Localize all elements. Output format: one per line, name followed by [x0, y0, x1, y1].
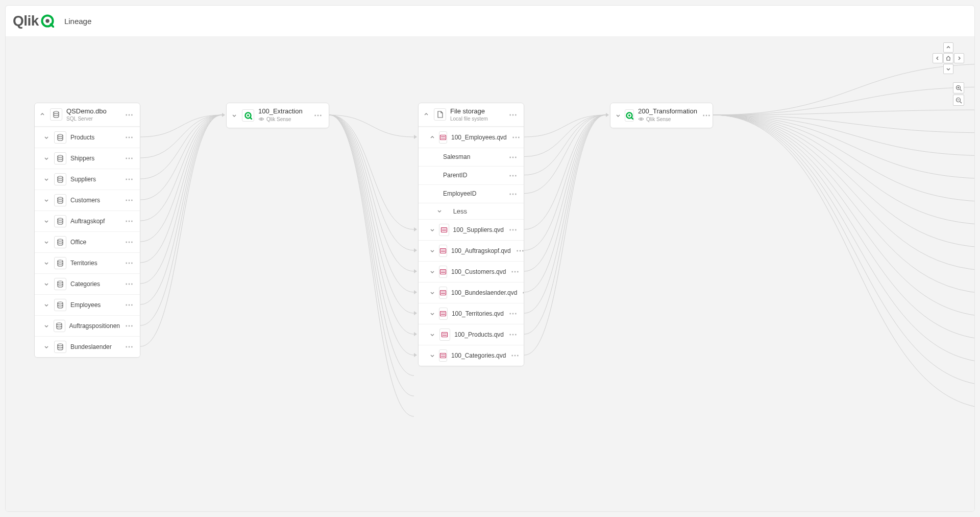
chevron-icon[interactable]	[44, 302, 50, 308]
more-button[interactable]: ⋯	[124, 153, 135, 163]
more-button[interactable]: ⋯	[521, 288, 524, 297]
more-button[interactable]: ⋯	[124, 321, 135, 331]
chevron-icon[interactable]	[430, 290, 435, 295]
more-button[interactable]: ⋯	[510, 267, 521, 276]
qvd-row[interactable]: 100_Categories.qvd⋯	[419, 345, 524, 366]
table-row[interactable]: Auftragspositionen⋯	[35, 315, 140, 336]
table-row[interactable]: Suppliers⋯	[35, 169, 140, 190]
svg-line-52	[631, 118, 633, 119]
node-header[interactable]: 100_ExtractionQlik Sense⋯	[227, 103, 329, 128]
chevron-icon[interactable]	[44, 156, 50, 161]
more-button[interactable]: ⋯	[313, 110, 324, 120]
chevron-icon[interactable]	[430, 248, 435, 253]
qvd-icon	[439, 266, 447, 278]
collapse-less-button[interactable]: Less	[419, 203, 524, 219]
chevron-icon[interactable]	[430, 227, 435, 232]
chevron-icon[interactable]	[44, 177, 50, 182]
page-title: Lineage	[64, 17, 91, 26]
chevron-icon[interactable]	[44, 219, 50, 224]
table-label: Categories	[70, 280, 120, 288]
table-row[interactable]: Territories⋯	[35, 252, 140, 273]
chevron-icon[interactable]	[430, 332, 435, 337]
more-button[interactable]: ⋯	[124, 279, 135, 289]
more-button[interactable]: ⋯	[124, 342, 135, 351]
chevron-icon[interactable]	[430, 269, 435, 274]
more-button[interactable]: ⋯	[508, 171, 519, 180]
field-row[interactable]: EmployeeID⋯	[419, 184, 524, 203]
database-icon	[54, 152, 66, 165]
qlik-logo: Qlik	[13, 13, 54, 29]
more-button[interactable]: ⋯	[701, 110, 712, 120]
table-row[interactable]: Employees⋯	[35, 294, 140, 315]
table-row[interactable]: Customers⋯	[35, 190, 140, 210]
more-button[interactable]: ⋯	[124, 132, 135, 142]
qvd-row[interactable]: 100_Territories.qvd⋯	[419, 303, 524, 324]
qvd-row[interactable]: 100_Products.qvd⋯	[419, 324, 524, 345]
more-button[interactable]: ⋯	[508, 189, 519, 199]
lineage-canvas[interactable]: QSDemo.dboSQL Server⋯Products⋯Shippers⋯S…	[6, 36, 974, 511]
qvd-label: 100_Employees.qvd	[451, 134, 507, 141]
node-header[interactable]: File storageLocal file system⋯	[419, 103, 524, 127]
chevron-icon[interactable]	[40, 112, 46, 117]
more-button[interactable]: ⋯	[508, 309, 519, 318]
chevron-icon[interactable]	[44, 281, 50, 287]
qvd-row[interactable]: 100_Customers.qvd⋯	[419, 261, 524, 282]
node-header[interactable]: QSDemo.dboSQL Server⋯	[35, 103, 140, 127]
chevron-icon[interactable]	[430, 135, 435, 140]
pan-down-button[interactable]	[943, 64, 953, 74]
qvd-row[interactable]: 100_Bundeslaender.qvd⋯	[419, 282, 524, 303]
more-button[interactable]: ⋯	[511, 132, 522, 142]
more-button[interactable]: ⋯	[124, 237, 135, 247]
more-button[interactable]: ⋯	[124, 258, 135, 268]
more-button[interactable]: ⋯	[508, 225, 519, 234]
more-button[interactable]: ⋯	[510, 350, 521, 360]
chevron-icon[interactable]	[430, 311, 435, 316]
arrowhead-icon	[414, 353, 417, 357]
nav-pad	[933, 42, 964, 74]
table-label: Bundeslaender	[70, 343, 120, 350]
zoom-in-button[interactable]	[953, 82, 964, 93]
pan-up-button[interactable]	[943, 42, 953, 53]
table-row[interactable]: Products⋯	[35, 127, 140, 148]
table-row[interactable]: Categories⋯	[35, 273, 140, 294]
more-button[interactable]: ⋯	[515, 246, 524, 255]
qvd-label: 100_Categories.qvd	[451, 352, 506, 359]
chevron-icon[interactable]	[44, 198, 50, 203]
chevron-icon[interactable]	[44, 344, 50, 349]
pan-left-button[interactable]	[933, 53, 943, 63]
more-button[interactable]: ⋯	[124, 300, 135, 310]
table-row[interactable]: Auftragskopf⋯	[35, 210, 140, 231]
chevron-icon[interactable]	[424, 112, 430, 117]
table-row[interactable]: Bundeslaender⋯	[35, 336, 140, 357]
database-icon	[54, 278, 66, 290]
more-button[interactable]: ⋯	[508, 330, 519, 339]
field-row[interactable]: Salesman⋯	[419, 148, 524, 166]
table-row[interactable]: Shippers⋯	[35, 148, 140, 169]
node-header[interactable]: 200_TransformationQlik Sense⋯	[610, 103, 713, 128]
chevron-icon[interactable]	[232, 113, 238, 118]
pan-right-button[interactable]	[954, 53, 964, 63]
home-button[interactable]	[943, 53, 953, 63]
field-row[interactable]: ParentID⋯	[419, 166, 524, 184]
chevron-icon[interactable]	[44, 261, 50, 266]
chevron-icon[interactable]	[44, 240, 50, 245]
more-button[interactable]: ⋯	[124, 216, 135, 226]
qvd-row[interactable]: 100_Auftragskopf.qvd⋯	[419, 240, 524, 261]
qvd-row[interactable]: 100_Employees.qvd⋯	[419, 127, 524, 148]
table-row[interactable]: Office⋯	[35, 231, 140, 252]
chevron-icon[interactable]	[44, 323, 50, 328]
chevron-icon[interactable]	[44, 135, 50, 140]
node-title: File storage	[450, 107, 504, 115]
database-icon	[54, 320, 65, 332]
more-button[interactable]: ⋯	[508, 152, 519, 162]
more-button[interactable]: ⋯	[124, 195, 135, 205]
chevron-icon[interactable]	[616, 113, 621, 118]
more-button[interactable]: ⋯	[508, 110, 519, 120]
svg-rect-32	[440, 248, 446, 253]
qvd-row[interactable]: 100_Suppliers.qvd⋯	[419, 219, 524, 240]
zoom-out-button[interactable]	[953, 95, 964, 106]
svg-point-14	[58, 197, 63, 199]
more-button[interactable]: ⋯	[124, 174, 135, 184]
chevron-icon[interactable]	[430, 353, 435, 358]
more-button[interactable]: ⋯	[124, 110, 135, 120]
